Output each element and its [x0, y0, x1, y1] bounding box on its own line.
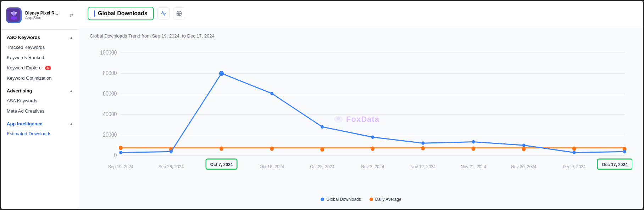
aso-section-label: ASO Keywords ▲: [1, 30, 79, 42]
sidebar-item-tracked-keywords[interactable]: Tracked Keywords: [1, 42, 79, 52]
app-info: Disney Pixel R... App Store: [25, 11, 66, 20]
svg-text:Nov 3, 2024: Nov 3, 2024: [361, 164, 384, 170]
svg-point-53: [573, 151, 576, 154]
aso-chevron-icon: ▲: [70, 35, 73, 39]
svg-text:Dec 17, 2024: Dec 17, 2024: [602, 162, 628, 168]
app-name: Disney Pixel R...: [25, 11, 66, 16]
svg-point-3: [11, 12, 13, 14]
svg-text:40000: 40000: [103, 111, 117, 117]
intelligence-chevron-icon: ▲: [70, 122, 73, 126]
svg-point-42: [572, 147, 576, 151]
sidebar-item-keyword-explore[interactable]: Keyword Explore N: [1, 63, 79, 73]
main-content: Global Downloads Global Downloads Trend …: [79, 1, 643, 209]
global-downloads-dot: [321, 198, 324, 201]
svg-text:100000: 100000: [100, 49, 117, 56]
advertising-section-label: Advertising ▲: [1, 83, 79, 96]
svg-point-36: [270, 147, 274, 151]
svg-text:60000: 60000: [103, 90, 117, 97]
svg-point-46: [219, 71, 224, 76]
daily-average-dot: [370, 198, 373, 201]
sidebar-item-meta-ad-creatives[interactable]: Meta Ad Creatives: [1, 106, 79, 116]
globe-icon-button[interactable]: [173, 7, 185, 19]
sidebar-item-keywords-ranked[interactable]: Keywords Ranked: [1, 52, 79, 63]
chart-inner: FoxData 100000 80000 60000: [90, 44, 632, 194]
intelligence-section-label: App Intelligence ▲: [1, 116, 79, 129]
svg-text:Nov 21, 2024: Nov 21, 2024: [461, 164, 486, 170]
legend-daily-average: Daily Average: [370, 197, 401, 202]
svg-point-4: [15, 12, 17, 14]
svg-text:Oct 16, 2024: Oct 16, 2024: [260, 164, 284, 170]
svg-point-49: [371, 135, 374, 139]
svg-point-44: [119, 151, 122, 154]
svg-point-41: [522, 147, 526, 151]
svg-text:0: 0: [114, 152, 117, 158]
svg-text:Oct 25, 2024: Oct 25, 2024: [310, 164, 334, 170]
global-downloads-button[interactable]: Global Downloads: [88, 7, 154, 20]
svg-point-51: [472, 140, 475, 144]
svg-point-54: [623, 150, 626, 154]
sidebar-item-asa-keywords[interactable]: ASA Keywords: [1, 96, 79, 106]
app-icon: [6, 7, 22, 23]
svg-point-39: [421, 146, 425, 151]
svg-text:Nov 12, 2024: Nov 12, 2024: [410, 164, 435, 170]
svg-point-35: [220, 147, 223, 151]
sidebar: Disney Pixel R... App Store ⇄ ASO Keywor…: [1, 1, 79, 209]
swap-icon[interactable]: ⇄: [70, 12, 74, 18]
svg-text:80000: 80000: [103, 70, 117, 76]
chart-svg: 100000 80000 60000 40000 20000: [90, 44, 632, 194]
app-store-label: App Store: [25, 16, 66, 20]
svg-point-50: [421, 141, 424, 145]
svg-text:Sep 19, 2024: Sep 19, 2024: [108, 164, 133, 170]
svg-point-40: [471, 147, 475, 151]
global-downloads-label: Global Downloads: [98, 10, 148, 17]
legend-global-downloads: Global Downloads: [321, 197, 361, 202]
svg-text:Nov 30, 2024: Nov 30, 2024: [511, 164, 536, 170]
chart-icon-button[interactable]: [157, 7, 170, 19]
new-badge: N: [45, 66, 51, 70]
svg-point-52: [522, 143, 526, 147]
svg-text:20000: 20000: [103, 131, 117, 138]
chart-area: Global Downloads Trend from Sep 19, 2024…: [79, 26, 643, 209]
svg-point-37: [320, 147, 324, 152]
sidebar-item-keyword-optimization[interactable]: Keyword Optimization: [1, 73, 79, 83]
svg-text:Dec 9, 2024: Dec 9, 2024: [563, 164, 586, 170]
app-window: Disney Pixel R... App Store ⇄ ASO Keywor…: [0, 0, 644, 210]
chart-container: FoxData 100000 80000 60000: [90, 44, 632, 202]
svg-point-47: [270, 92, 273, 95]
svg-text:Sep 28, 2024: Sep 28, 2024: [159, 164, 184, 170]
svg-point-45: [170, 150, 173, 154]
chart-title: Global Downloads Trend from Sep 19, 2024…: [90, 33, 632, 39]
accent-bar: [94, 10, 95, 17]
svg-text:Oct 7, 2024: Oct 7, 2024: [210, 162, 233, 168]
svg-point-33: [119, 146, 123, 150]
advertising-chevron-icon: ▲: [70, 89, 73, 93]
chart-legend: Global Downloads Daily Average: [90, 197, 632, 202]
app-header[interactable]: Disney Pixel R... App Store ⇄: [1, 1, 79, 30]
top-header: Global Downloads: [79, 1, 643, 26]
sidebar-item-estimated-downloads[interactable]: Estimated Downloads: [1, 129, 79, 139]
svg-point-2: [11, 16, 17, 20]
svg-point-38: [371, 147, 374, 151]
svg-point-48: [321, 125, 324, 129]
